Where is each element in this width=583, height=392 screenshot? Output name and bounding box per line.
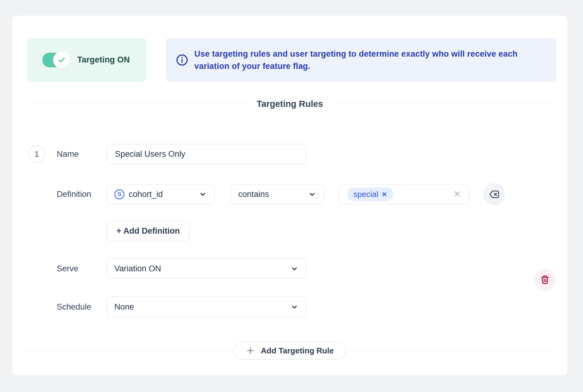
info-banner: Use targeting rules and user targeting t… xyxy=(166,38,556,82)
definition-field-dropdown[interactable]: S cohort_id xyxy=(107,184,215,204)
add-targeting-rule-button[interactable]: Add Targeting Rule xyxy=(234,342,346,360)
add-targeting-rule-label: Add Targeting Rule xyxy=(261,346,334,356)
schedule-label: Schedule xyxy=(57,302,107,312)
heading-divider-left xyxy=(26,104,250,104)
string-type-icon: S xyxy=(114,189,124,199)
definition-operator-dropdown[interactable]: contains xyxy=(231,184,324,204)
value-chip-label: special xyxy=(353,190,378,199)
rule-name-row: 1 Name xyxy=(12,144,567,164)
targeting-rule-1: 1 Name Definition S cohort_id contains s… xyxy=(12,144,567,317)
definition-values-input[interactable]: special ✕ ✕ xyxy=(339,184,469,204)
rule-serve-row: Serve Variation ON xyxy=(12,258,567,279)
name-label: Name xyxy=(57,149,107,159)
check-icon xyxy=(57,55,66,65)
backspace-icon xyxy=(489,189,500,200)
chevron-down-icon xyxy=(308,190,316,198)
serve-value: Variation ON xyxy=(114,264,290,273)
rule-definition-row: Definition S cohort_id contains special … xyxy=(12,183,567,205)
section-title: Targeting Rules xyxy=(257,99,323,109)
rule-schedule-row: Schedule None xyxy=(12,297,567,317)
value-chip: special ✕ xyxy=(347,187,393,201)
targeting-toggle-label: Targeting ON xyxy=(77,55,130,65)
add-definition-button[interactable]: + Add Definition xyxy=(107,221,190,241)
serve-dropdown[interactable]: Variation ON xyxy=(107,258,306,279)
schedule-value: None xyxy=(114,302,290,312)
serve-label: Serve xyxy=(57,264,107,273)
add-definition-row: + Add Definition xyxy=(12,221,567,241)
targeting-toggle-panel: Targeting ON xyxy=(27,38,147,82)
section-heading: Targeting Rules xyxy=(26,98,554,109)
schedule-dropdown[interactable]: None xyxy=(107,297,306,317)
clear-values-icon[interactable]: ✕ xyxy=(454,190,461,198)
targeting-toggle[interactable] xyxy=(42,53,69,67)
chevron-down-icon xyxy=(199,190,207,198)
definition-field-value: cohort_id xyxy=(129,190,199,199)
chevron-down-icon xyxy=(290,265,299,273)
rule-number-badge: 1 xyxy=(28,145,45,163)
remove-definition-button[interactable] xyxy=(483,183,505,205)
definition-operator-value: contains xyxy=(238,190,308,199)
top-section: Targeting ON Use targeting rules and use… xyxy=(27,38,556,82)
info-icon xyxy=(176,54,189,66)
add-rule-section: Add Targeting Rule xyxy=(26,342,554,360)
toggle-thumb xyxy=(53,51,70,69)
rule-name-input[interactable] xyxy=(107,144,306,164)
info-banner-text: Use targeting rules and user targeting t… xyxy=(194,48,536,72)
heading-divider-right xyxy=(330,104,554,104)
targeting-panel: Targeting ON Use targeting rules and use… xyxy=(12,16,567,375)
delete-rule-button[interactable] xyxy=(534,269,556,291)
chevron-down-icon xyxy=(290,303,299,311)
definition-label: Definition xyxy=(57,190,107,199)
plus-icon xyxy=(246,346,255,355)
trash-icon xyxy=(540,275,550,285)
chip-remove-icon[interactable]: ✕ xyxy=(382,191,387,198)
